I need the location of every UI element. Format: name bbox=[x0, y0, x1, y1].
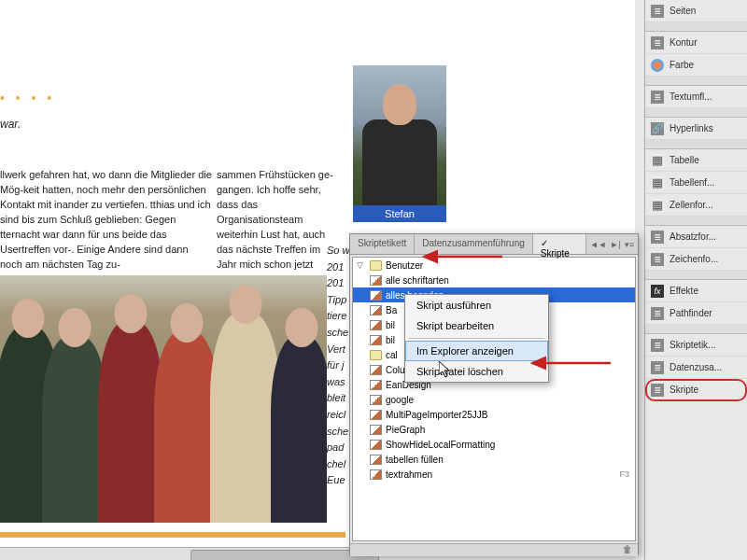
panel-farbe[interactable]: Farbe bbox=[645, 54, 747, 77]
scripts-panel: SkriptetikettDatenzusammenführung✓ Skrip… bbox=[349, 233, 639, 555]
right-panel-dock: SeitenKonturFarbeTextumfl...HyperlinksTa… bbox=[644, 0, 747, 560]
script-icon bbox=[370, 469, 382, 480]
panel-tabellenf[interactable]: Tabellenf... bbox=[645, 172, 747, 194]
panel-label: Tabelle bbox=[669, 155, 699, 165]
tree-label: Benutzer bbox=[386, 260, 423, 271]
bullet-row: • • • • bbox=[0, 89, 55, 107]
script-icon bbox=[370, 365, 382, 375]
palette-icon bbox=[651, 59, 664, 72]
folder-icon bbox=[370, 260, 382, 271]
panel-skriptetik[interactable]: Skriptetik... bbox=[645, 334, 747, 357]
tab-datenzusammenführung[interactable]: Datenzusammenführung bbox=[415, 234, 533, 254]
script-icon bbox=[370, 425, 382, 435]
tree-label: tabellen füllen bbox=[386, 455, 444, 465]
scripts-panel-tabs: SkriptetikettDatenzusammenführung✓ Skrip… bbox=[350, 234, 638, 255]
panel-zeichenfo[interactable]: Zeichenfo... bbox=[645, 248, 747, 271]
tree-script[interactable]: PieGraph bbox=[353, 422, 635, 437]
panel-prev-icon[interactable]: ◄◄ bbox=[590, 240, 607, 249]
lines-icon bbox=[651, 91, 664, 104]
panel-tabelle[interactable]: Tabelle bbox=[645, 149, 747, 172]
scripts-panel-footer: 🗑 bbox=[350, 543, 638, 556]
expand-icon[interactable]: ▽ bbox=[357, 260, 366, 270]
script-icon bbox=[370, 395, 382, 405]
panel-label: Pathfinder bbox=[669, 308, 712, 318]
tree-label: google bbox=[386, 395, 414, 405]
tree-label: bil bbox=[386, 320, 395, 330]
panel-tab-controls: ◄◄ ►| ▾≡ bbox=[586, 234, 638, 254]
lines-icon bbox=[651, 307, 664, 320]
tree-label: alle schriftarten bbox=[386, 275, 449, 286]
fx-icon bbox=[651, 285, 664, 298]
script-icon bbox=[370, 275, 382, 286]
table-icon bbox=[651, 199, 664, 212]
text-war: war. bbox=[0, 117, 21, 133]
ctx-im-explorer-anzeigen[interactable]: Im Explorer anzeigen bbox=[405, 341, 548, 361]
orange-divider bbox=[0, 532, 345, 538]
panel-label: Datenzusa... bbox=[669, 362, 722, 372]
panel-label: Zellenfor... bbox=[669, 200, 713, 210]
tab-skriptetikett[interactable]: Skriptetikett bbox=[350, 234, 415, 254]
tree-label: textrahmen bbox=[386, 469, 432, 480]
folder-icon bbox=[370, 350, 382, 360]
trash-icon[interactable]: 🗑 bbox=[621, 544, 634, 556]
panel-label: Effekte bbox=[669, 286, 698, 296]
tree-script[interactable]: tabellen füllen bbox=[353, 452, 635, 467]
panel-label: Skriptetik... bbox=[669, 340, 715, 350]
lines-icon bbox=[651, 5, 664, 18]
lines-icon bbox=[651, 361, 664, 374]
tree-script[interactable]: MultiPageImporter25JJB bbox=[353, 407, 635, 422]
tree-script[interactable]: ShowHideLocalFormatting bbox=[353, 437, 635, 452]
ctx-skript-ausführen[interactable]: Skript ausführen bbox=[405, 295, 548, 315]
shortcut-label: F3 bbox=[619, 469, 629, 479]
panel-zellenfor[interactable]: Zellenfor... bbox=[645, 194, 747, 217]
panel-seiten[interactable]: Seiten bbox=[645, 0, 747, 22]
script-icon bbox=[370, 440, 382, 450]
panel-label: Farbe bbox=[669, 60, 694, 70]
script-icon bbox=[370, 455, 382, 465]
tab-skripte[interactable]: ✓ Skripte bbox=[533, 234, 586, 254]
lines-icon bbox=[651, 339, 664, 352]
panel-datenzusa[interactable]: Datenzusa... bbox=[645, 357, 747, 379]
panel-kontur[interactable]: Kontur bbox=[645, 32, 747, 54]
check-icon: ✓ bbox=[541, 238, 548, 248]
panel-label: Hyperlinks bbox=[669, 123, 713, 133]
panel-effekte[interactable]: Effekte bbox=[645, 280, 747, 302]
tree-label: PieGraph bbox=[386, 425, 425, 435]
ctx-skriptdatei-löschen[interactable]: Skriptdatei löschen bbox=[405, 361, 548, 382]
ctx-skript-bearbeiten[interactable]: Skript bearbeiten bbox=[405, 315, 548, 336]
tree-script[interactable]: alle schriftarten bbox=[353, 273, 635, 287]
panel-skripte[interactable]: Skripte bbox=[645, 379, 747, 401]
script-icon bbox=[370, 380, 382, 390]
panel-pathfinder[interactable]: Pathfinder bbox=[645, 302, 747, 325]
panel-label: Absatzfor... bbox=[669, 231, 716, 242]
panel-next-icon[interactable]: ►| bbox=[610, 240, 620, 249]
text-column-left: llwerk gefahren hat, wo dann die Mitglie… bbox=[0, 168, 213, 273]
script-icon bbox=[370, 335, 382, 345]
lines-icon bbox=[651, 253, 664, 266]
panel-textumfl[interactable]: Textumfl... bbox=[645, 86, 747, 108]
tree-label: Ba bbox=[386, 305, 397, 315]
panel-menu-icon[interactable]: ▾≡ bbox=[625, 240, 634, 249]
script-icon bbox=[370, 410, 382, 420]
tree-folder[interactable]: ▽Benutzer bbox=[353, 258, 635, 273]
panel-label: Zeichenfo... bbox=[669, 254, 718, 264]
portrait-frame: Stefan bbox=[353, 65, 446, 222]
tree-label: ShowHideLocalFormatting bbox=[386, 440, 495, 450]
script-icon bbox=[370, 290, 382, 301]
portrait-caption: Stefan bbox=[353, 205, 446, 222]
lines-icon bbox=[651, 384, 664, 397]
tree-label: bil bbox=[386, 335, 395, 345]
text-column-right: sammen Frühstücken ge-gangen. Ich hoffe … bbox=[217, 168, 343, 287]
tree-label: MultiPageImporter25JJB bbox=[386, 410, 488, 420]
panel-absatzfor[interactable]: Absatzfor... bbox=[645, 226, 747, 248]
link-icon bbox=[651, 122, 664, 135]
panel-label: Kontur bbox=[669, 37, 697, 48]
panel-label: Tabellenf... bbox=[669, 177, 714, 188]
tree-script[interactable]: textrahmenF3 bbox=[353, 467, 635, 482]
tree-script[interactable]: google bbox=[353, 392, 635, 407]
script-icon bbox=[370, 320, 382, 330]
panel-label: Skripte bbox=[669, 385, 698, 395]
tree-label: cal bbox=[386, 350, 398, 360]
panel-hyperlinks[interactable]: Hyperlinks bbox=[645, 118, 747, 140]
portrait-image bbox=[353, 65, 446, 205]
